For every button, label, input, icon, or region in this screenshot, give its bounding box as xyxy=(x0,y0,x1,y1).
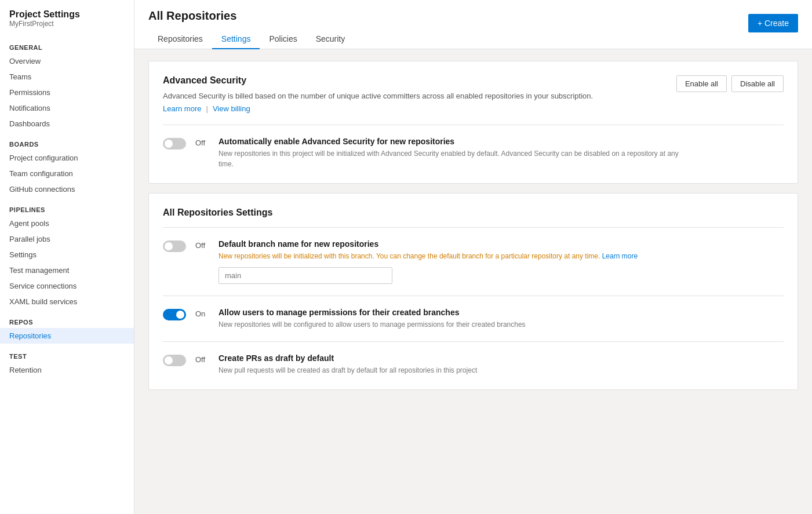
sidebar-item-github-connections[interactable]: GitHub connections xyxy=(0,181,134,197)
default-branch-slider xyxy=(163,240,186,252)
sidebar-item-test-management[interactable]: Test management xyxy=(0,263,134,278)
section-label-pipelines: Pipelines xyxy=(0,199,134,216)
enable-all-button[interactable]: Enable all xyxy=(676,75,727,92)
tab-repositories[interactable]: Repositories xyxy=(148,30,212,49)
user-permissions-toggle-row: On Allow users to manage permissions for… xyxy=(163,308,784,330)
sidebar-item-xaml-build-services[interactable]: XAML build services xyxy=(0,294,134,309)
default-branch-toggle-row: Off Default branch name for new reposito… xyxy=(163,239,784,284)
default-branch-label-group: Default branch name for new repositories… xyxy=(219,239,638,284)
default-branch-toggle[interactable] xyxy=(163,240,186,252)
section-label-boards: Boards xyxy=(0,134,134,150)
user-permissions-on-label: On xyxy=(195,309,209,318)
sidebar-item-team-configuration[interactable]: Team configuration xyxy=(0,166,134,181)
card-divider xyxy=(163,125,784,125)
draft-pr-toggle[interactable] xyxy=(163,355,186,366)
settings-divider-3 xyxy=(163,341,784,342)
section-label-test: Test xyxy=(0,346,134,362)
sidebar-item-settings[interactable]: Settings xyxy=(0,247,134,263)
settings-divider-2 xyxy=(163,296,784,296)
advanced-security-desc: Advanced Security is billed based on the… xyxy=(163,90,593,102)
link-separator: | xyxy=(206,104,207,113)
user-permissions-title: Allow users to manage permissions for th… xyxy=(219,308,526,317)
sidebar-item-overview[interactable]: Overview xyxy=(0,53,134,69)
sidebar: Project Settings MyFirstProject General … xyxy=(0,0,134,514)
auto-enable-toggle[interactable] xyxy=(163,138,186,150)
draft-pr-slider xyxy=(163,355,186,366)
sidebar-item-dashboards[interactable]: Dashboards xyxy=(0,116,134,132)
sidebar-item-retention[interactable]: Retention xyxy=(0,362,134,378)
sidebar-header: Project Settings MyFirstProject xyxy=(0,0,134,35)
settings-divider-1 xyxy=(163,227,784,228)
main-content: All Repositories Repositories Settings P… xyxy=(134,0,812,514)
card-header-row: Advanced Security Advanced Security is b… xyxy=(163,75,784,113)
advanced-security-links: Learn more | View billing xyxy=(163,104,593,113)
sidebar-item-teams[interactable]: Teams xyxy=(0,69,134,85)
all-repos-settings-card: All Repositories Settings Off Default br… xyxy=(148,193,798,390)
tab-security[interactable]: Security xyxy=(307,30,355,49)
sidebar-item-project-configuration[interactable]: Project configuration xyxy=(0,150,134,166)
toggle-slider xyxy=(163,138,186,150)
user-permissions-slider xyxy=(163,309,186,320)
user-permissions-desc: New repositories will be configured to a… xyxy=(219,319,526,330)
default-branch-learn-more-inline[interactable]: Learn more xyxy=(602,252,638,260)
sidebar-item-parallel-jobs[interactable]: Parallel jobs xyxy=(0,231,134,247)
user-permissions-toggle[interactable] xyxy=(163,309,186,320)
project-title: Project Settings xyxy=(9,9,125,20)
auto-enable-desc: New repositories in this project will be… xyxy=(219,148,694,169)
draft-pr-desc: New pull requests will be created as dra… xyxy=(219,365,477,376)
tab-policies[interactable]: Policies xyxy=(260,30,306,49)
auto-enable-label-group: Automatically enable Advanced Security f… xyxy=(219,137,694,169)
learn-more-link[interactable]: Learn more xyxy=(163,104,201,113)
sidebar-item-agent-pools[interactable]: Agent pools xyxy=(0,216,134,231)
toggle-off-label: Off xyxy=(195,138,209,147)
branch-name-input-wrapper xyxy=(219,267,392,284)
tab-bar: Repositories Settings Policies Security xyxy=(148,30,354,49)
user-permissions-label-group: Allow users to manage permissions for th… xyxy=(219,308,526,330)
draft-pr-title: Create PRs as draft by default xyxy=(219,353,477,363)
create-button[interactable]: + Create xyxy=(748,14,798,32)
default-branch-title: Default branch name for new repositories xyxy=(219,239,638,249)
sidebar-item-permissions[interactable]: Permissions xyxy=(0,85,134,100)
auto-enable-toggle-row: Off Automatically enable Advanced Securi… xyxy=(163,137,784,169)
card-action-buttons: Enable all Disable all xyxy=(676,75,784,92)
advanced-security-header: Advanced Security Advanced Security is b… xyxy=(163,75,593,113)
sidebar-item-notifications[interactable]: Notifications xyxy=(0,100,134,116)
disable-all-button[interactable]: Disable all xyxy=(731,75,784,92)
branch-name-input[interactable] xyxy=(219,267,392,284)
section-label-repos: Repos xyxy=(0,312,134,328)
content-area: Advanced Security Advanced Security is b… xyxy=(134,49,812,402)
sidebar-item-repositories[interactable]: Repositories xyxy=(0,328,134,344)
view-billing-link[interactable]: View billing xyxy=(213,104,250,113)
main-header: All Repositories Repositories Settings P… xyxy=(134,0,812,49)
sidebar-item-service-connections[interactable]: Service connections xyxy=(0,278,134,294)
default-branch-off-label: Off xyxy=(195,241,209,250)
page-title: All Repositories xyxy=(148,9,354,23)
advanced-security-card: Advanced Security Advanced Security is b… xyxy=(148,61,798,184)
main-header-left: All Repositories Repositories Settings P… xyxy=(148,9,354,49)
default-branch-desc: New repositories will be initialized wit… xyxy=(219,251,638,261)
all-repos-settings-title: All Repositories Settings xyxy=(163,207,784,218)
advanced-security-title: Advanced Security xyxy=(163,75,593,86)
draft-pr-label-group: Create PRs as draft by default New pull … xyxy=(219,353,477,376)
tab-settings[interactable]: Settings xyxy=(212,30,260,49)
draft-pr-toggle-row: Off Create PRs as draft by default New p… xyxy=(163,353,784,376)
draft-pr-off-label: Off xyxy=(195,355,209,364)
section-label-general: General xyxy=(0,37,134,53)
project-subtitle: MyFirstProject xyxy=(9,20,125,28)
auto-enable-title: Automatically enable Advanced Security f… xyxy=(219,137,694,146)
